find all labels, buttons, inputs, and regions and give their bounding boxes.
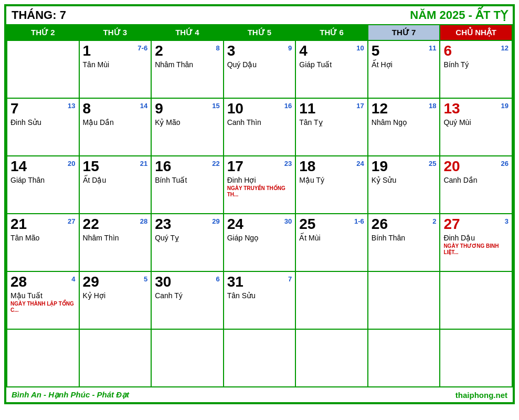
cell-4-5 [368,271,440,329]
lunar-date: 1-6 [354,217,364,225]
special-note: NGÀY TRUYỀN THỐNG TH... [227,185,292,198]
special-note: NGÀY THÀNH LẬP TỔNG C... [10,301,76,313]
lunar-date: 7 [288,275,292,283]
cell-0-1: 7-61Tân Mùi [79,40,152,98]
cell-5-1 [79,329,152,387]
lunar-date: 20 [68,160,75,167]
lunar-date: 29 [212,217,219,225]
cell-4-4 [295,271,368,329]
cell-3-4: 1-625Ất Mùi [295,214,368,271]
cell-1-2: 159Kỷ Mão [151,98,224,156]
top-bar: THÁNG: 7 NĂM 2025 - ẤT TỴ [6,6,513,24]
day-number: 29 [83,274,148,290]
lunar-date: 14 [140,102,147,110]
day-number: 5 [372,43,437,59]
lunar-date: 4 [71,275,75,283]
lunar-date: 8 [216,44,219,52]
weekday-thu5: THỨ 5 [224,25,296,40]
cell-2-0: 2014Giáp Thân [7,156,79,214]
lunar-name: Kỷ Sửu [372,176,437,184]
weekday-thu4: THỨ 4 [151,25,224,40]
lunar-name: Bính Tuất [155,176,220,184]
cell-1-4: 1711Tân Tỵ [295,98,368,156]
calendar-container: THÁNG: 7 NĂM 2025 - ẤT TỴ THỨ 2 THỨ 3 TH… [4,4,515,404]
calendar-row-1: 137Đinh Sửu148Mậu Dần159Kỷ Mão1610Canh T… [7,98,512,156]
calendar-table: THỨ 2 THỨ 3 THỨ 4 THỨ 5 THỨ 6 THỨ 7 CHỦ … [6,24,513,387]
weekday-thu6: THỨ 6 [295,25,368,40]
calendar-row-5 [7,329,512,387]
calendar-row-2: 2014Giáp Thân2115Ất Dậu2216Bính Tuất2317… [7,156,512,214]
weekday-chunhat: CHỦ NHẬT [440,25,512,40]
lunar-date: 11 [429,44,436,52]
cell-3-2: 2923Quý Tỵ [151,214,224,271]
day-number: 24 [227,216,292,233]
day-number: 3 [227,43,292,59]
cell-1-6: 1913Quý Mùi [440,98,512,156]
lunar-date: 13 [68,102,75,110]
day-number: 16 [155,159,220,175]
lunar-name: Canh Tý [155,291,220,300]
day-number: 13 [443,101,509,117]
cell-1-5: 1812Nhâm Ngọ [368,98,440,156]
cell-3-1: 2822Nhâm Thìn [79,214,152,271]
lunar-date: 21 [140,160,147,167]
slogan-text: Bình An - Hạnh Phúc - Phát Đạt [12,390,129,400]
day-number: 28 [10,274,76,290]
day-number: 17 [227,159,292,175]
cell-4-1: 529Kỷ Hợi [79,271,152,329]
lunar-name: Nhâm Ngọ [372,118,437,127]
lunar-date: 28 [140,217,147,225]
lunar-date: 7-6 [137,44,147,52]
lunar-date: 23 [284,160,292,167]
lunar-date: 17 [356,102,364,110]
lunar-name: Tân Tỵ [299,118,364,127]
month-label: THÁNG: 7 [12,8,66,22]
lunar-date: 2 [432,217,436,225]
lunar-date: 12 [501,44,509,52]
lunar-date: 3 [505,217,509,225]
day-number: 4 [299,43,364,59]
lunar-date: 25 [429,160,436,167]
lunar-name: Ất Dậu [83,176,148,184]
day-number: 18 [299,159,364,175]
day-number: 15 [83,159,148,175]
day-number: 2 [155,43,220,59]
special-note: NGÀY THƯƠNG BINH LIỆT... [443,243,509,256]
weekday-thu3: THỨ 3 [79,25,152,40]
lunar-name: Giáp Thân [10,176,76,184]
weekday-thu2: THỨ 2 [7,25,79,40]
cell-2-3: 2317Đinh HợiNGÀY TRUYỀN THỐNG TH... [224,156,296,214]
lunar-name: Quý Tỵ [155,234,220,242]
calendar-row-4: 428Mậu TuấtNGÀY THÀNH LẬP TỔNG C...529Kỷ… [7,271,512,329]
cell-4-3: 731Tân Sửu [224,271,296,329]
lunar-name: Giáp Tuất [299,60,364,69]
website-text: thaiphong.net [456,391,507,400]
cell-3-3: 3024Giáp Ngọ [224,214,296,271]
lunar-name: Quý Mùi [443,118,509,127]
day-number: 20 [443,159,509,175]
cell-1-1: 148Mậu Dần [79,98,152,156]
cell-0-3: 93Quý Dậu [224,40,296,98]
lunar-date: 6 [216,275,219,283]
lunar-name: Ất Mùi [299,234,364,242]
cell-2-2: 2216Bính Tuất [151,156,224,214]
cell-0-6: 126Bính Tý [440,40,512,98]
cell-0-0 [7,40,79,98]
cell-4-0: 428Mậu TuấtNGÀY THÀNH LẬP TỔNG C... [7,271,79,329]
lunar-name: Bính Tý [443,60,509,69]
day-number: 26 [372,216,437,233]
cell-4-2: 630Canh Tý [151,271,224,329]
cell-2-1: 2115Ất Dậu [79,156,152,214]
lunar-date: 18 [429,102,436,110]
lunar-name: Đinh Sửu [10,118,76,127]
lunar-name: Mậu Tuất [10,291,76,300]
day-number: 6 [443,43,509,59]
cell-3-5: 226Bính Thân [368,214,440,271]
day-number: 9 [155,101,220,117]
bottom-bar: Bình An - Hạnh Phúc - Phát Đạt thaiphong… [6,387,513,402]
lunar-name: Bính Thân [372,234,437,242]
day-number: 31 [227,274,292,290]
lunar-date: 15 [212,102,219,110]
lunar-date: 22 [212,160,219,167]
day-number: 23 [155,216,220,233]
